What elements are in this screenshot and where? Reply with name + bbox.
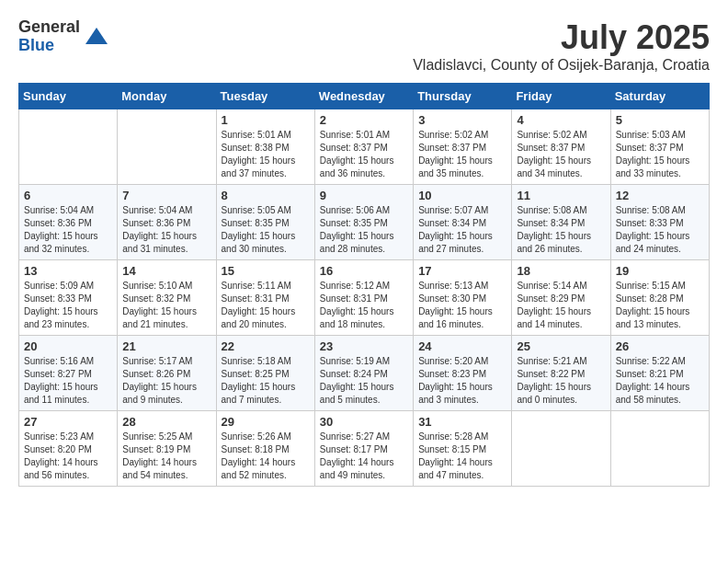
- day-info: Sunrise: 5:03 AMSunset: 8:37 PMDaylight:…: [616, 129, 704, 180]
- calendar-day-cell: 24Sunrise: 5:20 AMSunset: 8:23 PMDayligh…: [414, 336, 512, 411]
- calendar-day-cell: 7Sunrise: 5:04 AMSunset: 8:36 PMDaylight…: [118, 185, 216, 260]
- calendar-day-cell: 31Sunrise: 5:28 AMSunset: 8:15 PMDayligh…: [414, 411, 512, 487]
- calendar-day-cell: 10Sunrise: 5:07 AMSunset: 8:34 PMDayligh…: [414, 185, 512, 260]
- day-number: 4: [517, 113, 605, 127]
- calendar-day-cell: 27Sunrise: 5:23 AMSunset: 8:20 PMDayligh…: [19, 411, 118, 487]
- calendar-week-row: 13Sunrise: 5:09 AMSunset: 8:33 PMDayligh…: [19, 260, 710, 336]
- day-number: 7: [122, 189, 210, 202]
- calendar-day-cell: 8Sunrise: 5:05 AMSunset: 8:35 PMDaylight…: [216, 185, 314, 260]
- day-info: Sunrise: 5:23 AMSunset: 8:20 PMDaylight:…: [24, 431, 112, 482]
- day-number: 14: [122, 264, 210, 278]
- day-info: Sunrise: 5:13 AMSunset: 8:30 PMDaylight:…: [418, 280, 506, 331]
- month-title: July 2025: [413, 18, 710, 57]
- day-info: Sunrise: 5:21 AMSunset: 8:22 PMDaylight:…: [517, 355, 605, 407]
- day-info: Sunrise: 5:01 AMSunset: 8:37 PMDaylight:…: [320, 129, 408, 180]
- day-info: Sunrise: 5:17 AMSunset: 8:26 PMDaylight:…: [122, 355, 210, 407]
- logo-general: General: [18, 18, 80, 37]
- day-info: Sunrise: 5:05 AMSunset: 8:35 PMDaylight:…: [222, 204, 310, 256]
- day-info: Sunrise: 5:12 AMSunset: 8:31 PMDaylight:…: [320, 280, 408, 331]
- day-info: Sunrise: 5:16 AMSunset: 8:27 PMDaylight:…: [24, 355, 112, 407]
- calendar-day-cell: 25Sunrise: 5:21 AMSunset: 8:22 PMDayligh…: [512, 336, 610, 411]
- day-number: 15: [222, 264, 310, 278]
- day-info: Sunrise: 5:27 AMSunset: 8:17 PMDaylight:…: [320, 431, 408, 482]
- day-number: 9: [320, 189, 408, 202]
- day-number: 12: [616, 189, 704, 202]
- day-number: 28: [122, 415, 210, 429]
- calendar-day-cell: 12Sunrise: 5:08 AMSunset: 8:33 PMDayligh…: [610, 185, 709, 260]
- svg-marker-0: [85, 28, 108, 44]
- calendar-day-cell: 29Sunrise: 5:26 AMSunset: 8:18 PMDayligh…: [216, 411, 314, 487]
- day-info: Sunrise: 5:04 AMSunset: 8:36 PMDaylight:…: [24, 204, 112, 256]
- day-info: Sunrise: 5:01 AMSunset: 8:38 PMDaylight:…: [222, 129, 310, 180]
- logo: General Blue: [18, 18, 109, 55]
- calendar-day-cell: 13Sunrise: 5:09 AMSunset: 8:33 PMDayligh…: [19, 260, 118, 336]
- calendar-day-cell: [610, 411, 709, 487]
- calendar-day-cell: 5Sunrise: 5:03 AMSunset: 8:37 PMDaylight…: [610, 109, 709, 185]
- calendar-day-cell: 22Sunrise: 5:18 AMSunset: 8:25 PMDayligh…: [216, 336, 314, 411]
- calendar-week-row: 27Sunrise: 5:23 AMSunset: 8:20 PMDayligh…: [19, 411, 710, 487]
- day-info: Sunrise: 5:14 AMSunset: 8:29 PMDaylight:…: [517, 280, 605, 331]
- day-number: 13: [24, 264, 112, 278]
- day-number: 30: [320, 415, 408, 429]
- day-info: Sunrise: 5:15 AMSunset: 8:28 PMDaylight:…: [616, 280, 704, 331]
- calendar-day-cell: 17Sunrise: 5:13 AMSunset: 8:30 PMDayligh…: [414, 260, 512, 336]
- day-info: Sunrise: 5:08 AMSunset: 8:33 PMDaylight:…: [616, 204, 704, 256]
- day-info: Sunrise: 5:28 AMSunset: 8:15 PMDaylight:…: [418, 431, 506, 482]
- calendar-week-row: 6Sunrise: 5:04 AMSunset: 8:36 PMDaylight…: [19, 185, 710, 260]
- calendar-day-cell: 2Sunrise: 5:01 AMSunset: 8:37 PMDaylight…: [314, 109, 413, 185]
- day-info: Sunrise: 5:06 AMSunset: 8:35 PMDaylight:…: [320, 204, 408, 256]
- calendar-header-row: SundayMondayTuesdayWednesdayThursdayFrid…: [19, 84, 710, 109]
- day-info: Sunrise: 5:02 AMSunset: 8:37 PMDaylight:…: [418, 129, 506, 180]
- title-section: July 2025 Vladislavci, County of Osijek-…: [413, 18, 710, 74]
- calendar-day-cell: 21Sunrise: 5:17 AMSunset: 8:26 PMDayligh…: [118, 336, 216, 411]
- calendar-day-cell: 3Sunrise: 5:02 AMSunset: 8:37 PMDaylight…: [414, 109, 512, 185]
- day-info: Sunrise: 5:18 AMSunset: 8:25 PMDaylight:…: [222, 355, 310, 407]
- calendar-day-cell: 11Sunrise: 5:08 AMSunset: 8:34 PMDayligh…: [512, 185, 610, 260]
- logo-blue: Blue: [18, 37, 80, 55]
- day-number: 27: [24, 415, 112, 429]
- calendar-day-cell: [512, 411, 610, 487]
- day-number: 26: [616, 339, 704, 353]
- calendar-week-row: 1Sunrise: 5:01 AMSunset: 8:38 PMDaylight…: [19, 109, 710, 185]
- day-info: Sunrise: 5:08 AMSunset: 8:34 PMDaylight:…: [517, 204, 605, 256]
- calendar-day-cell: 20Sunrise: 5:16 AMSunset: 8:27 PMDayligh…: [19, 336, 118, 411]
- day-info: Sunrise: 5:19 AMSunset: 8:24 PMDaylight:…: [320, 355, 408, 407]
- day-info: Sunrise: 5:10 AMSunset: 8:32 PMDaylight:…: [122, 280, 210, 331]
- day-info: Sunrise: 5:11 AMSunset: 8:31 PMDaylight:…: [222, 280, 310, 331]
- weekday-header: Tuesday: [216, 84, 314, 109]
- day-info: Sunrise: 5:26 AMSunset: 8:18 PMDaylight:…: [222, 431, 310, 482]
- weekday-header: Saturday: [610, 84, 709, 109]
- day-number: 29: [222, 415, 310, 429]
- day-number: 31: [418, 415, 506, 429]
- calendar-day-cell: 9Sunrise: 5:06 AMSunset: 8:35 PMDaylight…: [314, 185, 413, 260]
- day-info: Sunrise: 5:07 AMSunset: 8:34 PMDaylight:…: [418, 204, 506, 256]
- logo-icon: [84, 24, 109, 50]
- weekday-header: Sunday: [19, 84, 118, 109]
- weekday-header: Thursday: [414, 84, 512, 109]
- weekday-header: Wednesday: [314, 84, 413, 109]
- location-title: Vladislavci, County of Osijek-Baranja, C…: [413, 57, 710, 74]
- calendar-day-cell: 26Sunrise: 5:22 AMSunset: 8:21 PMDayligh…: [610, 336, 709, 411]
- day-number: 21: [122, 339, 210, 353]
- calendar-day-cell: [118, 109, 216, 185]
- day-info: Sunrise: 5:22 AMSunset: 8:21 PMDaylight:…: [616, 355, 704, 407]
- day-number: 25: [517, 339, 605, 353]
- day-number: 19: [616, 264, 704, 278]
- day-info: Sunrise: 5:25 AMSunset: 8:19 PMDaylight:…: [122, 431, 210, 482]
- calendar-day-cell: 28Sunrise: 5:25 AMSunset: 8:19 PMDayligh…: [118, 411, 216, 487]
- page-header: General Blue July 2025 Vladislavci, Coun…: [18, 18, 710, 74]
- weekday-header: Monday: [118, 84, 216, 109]
- day-info: Sunrise: 5:20 AMSunset: 8:23 PMDaylight:…: [418, 355, 506, 407]
- day-number: 1: [222, 113, 310, 127]
- calendar-day-cell: 30Sunrise: 5:27 AMSunset: 8:17 PMDayligh…: [314, 411, 413, 487]
- calendar-day-cell: 14Sunrise: 5:10 AMSunset: 8:32 PMDayligh…: [118, 260, 216, 336]
- calendar-day-cell: 1Sunrise: 5:01 AMSunset: 8:38 PMDaylight…: [216, 109, 314, 185]
- calendar-day-cell: 6Sunrise: 5:04 AMSunset: 8:36 PMDaylight…: [19, 185, 118, 260]
- day-number: 17: [418, 264, 506, 278]
- day-number: 2: [320, 113, 408, 127]
- day-number: 16: [320, 264, 408, 278]
- day-info: Sunrise: 5:02 AMSunset: 8:37 PMDaylight:…: [517, 129, 605, 180]
- calendar-day-cell: 15Sunrise: 5:11 AMSunset: 8:31 PMDayligh…: [216, 260, 314, 336]
- day-number: 8: [222, 189, 310, 202]
- calendar-day-cell: 23Sunrise: 5:19 AMSunset: 8:24 PMDayligh…: [314, 336, 413, 411]
